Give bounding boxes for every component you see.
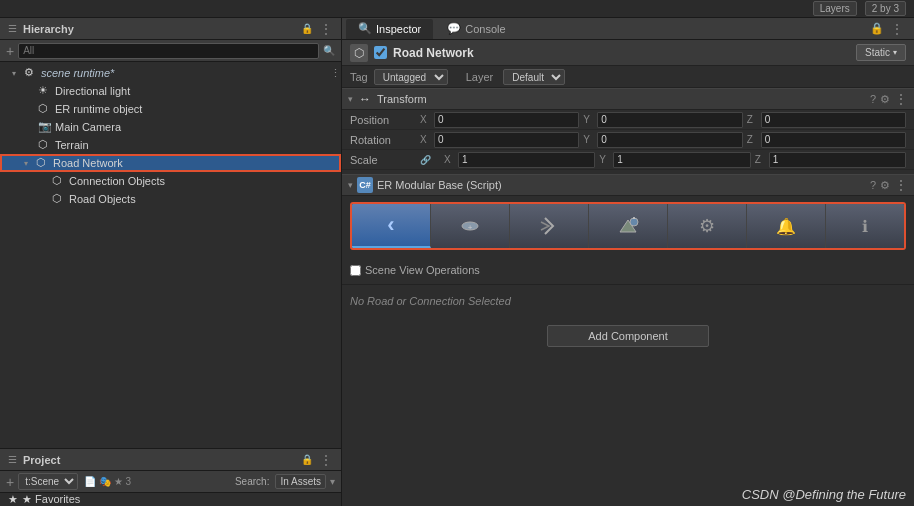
- inspector-tab-label: Inspector: [376, 23, 421, 35]
- tree-item-roadobjects[interactable]: ▶ ⬡ Road Objects: [0, 190, 341, 208]
- toolbar-settings-btn[interactable]: ⚙: [668, 204, 747, 248]
- toolbar-terrain-btn[interactable]: [589, 204, 668, 248]
- scale-lock-icon: 🔗: [420, 155, 431, 165]
- top-bar: Layers 2 by 3: [0, 0, 914, 18]
- layer-dropdown[interactable]: Default: [503, 69, 565, 85]
- transform-section-header[interactable]: ▾ ↔ Transform ? ⚙ ⋮: [342, 88, 914, 110]
- transform-menu[interactable]: ⋮: [894, 91, 908, 107]
- layer-label: Layer: [466, 71, 494, 83]
- object-active-checkbox[interactable]: [374, 46, 387, 59]
- script-help-icon[interactable]: ?: [870, 179, 876, 191]
- position-x-field: X 0: [420, 112, 579, 128]
- project-title: Project: [23, 454, 295, 466]
- script-menu[interactable]: ⋮: [894, 177, 908, 193]
- layout-dropdown[interactable]: 2 by 3: [865, 1, 906, 16]
- hierarchy-title: Hierarchy: [23, 23, 295, 35]
- lock-icon[interactable]: 🔒: [301, 23, 313, 34]
- transform-title: Transform: [377, 93, 866, 105]
- position-z-field: Z 0: [747, 112, 906, 128]
- in-assets-btn[interactable]: In Assets: [275, 474, 326, 489]
- tab-inspector[interactable]: 🔍 Inspector: [346, 19, 433, 39]
- object-header: ⬡ Road Network Static ▾: [342, 40, 914, 66]
- rotation-z-axis: Z: [747, 134, 759, 145]
- project-lock-icon[interactable]: 🔒: [301, 454, 313, 465]
- rotation-z-input[interactable]: [761, 132, 906, 148]
- favorites-item[interactable]: ★ ★ Favorites: [8, 493, 80, 506]
- tree-item-camera[interactable]: ▶ 📷 Main Camera: [0, 118, 341, 136]
- tag-dropdown[interactable]: Untagged: [374, 69, 448, 85]
- add-component-button[interactable]: Add Component: [547, 325, 709, 347]
- watermark: CSDN @Defining the Future: [742, 487, 906, 502]
- tree-item-roadnetwork[interactable]: ▾ ⬡ Road Network: [0, 154, 341, 172]
- transform-scale-fields: 🔗 X Y Z: [420, 152, 906, 168]
- toolbar-back-btn[interactable]: ‹: [352, 204, 431, 248]
- transform-help-icon[interactable]: ?: [870, 93, 876, 105]
- camera-label: Main Camera: [55, 121, 121, 133]
- hierarchy-menu[interactable]: ⋮: [319, 21, 333, 37]
- transform-actions: ? ⚙ ⋮: [870, 91, 908, 107]
- scale-z-input[interactable]: [769, 152, 906, 168]
- toolbar-addroad-btn[interactable]: +: [431, 204, 510, 248]
- filter-dropdown[interactable]: t:Scene: [18, 473, 78, 490]
- tag-layer-row: Tag Untagged Layer Default: [342, 66, 914, 88]
- roadobjects-label: Road Objects: [69, 193, 136, 205]
- position-z-input[interactable]: 0: [761, 112, 906, 128]
- tree-item-scene[interactable]: ▾ ⚙ scene runtime* ⋮: [0, 64, 341, 82]
- cube-icon: ⬡: [354, 46, 364, 60]
- scale-x-input[interactable]: [458, 152, 595, 168]
- terrain-icon: ⬡: [38, 138, 52, 152]
- add-project-btn[interactable]: +: [6, 474, 14, 490]
- addroad-icon: +: [458, 214, 482, 238]
- dirlight-label: Directional light: [55, 85, 130, 97]
- erruntime-label: ER runtime object: [55, 103, 142, 115]
- scene-ops-header: Scene View Operations: [350, 260, 906, 280]
- add-component-area: Add Component: [342, 317, 914, 355]
- toolbar-info-btn[interactable]: ℹ: [826, 204, 904, 248]
- scale-x-axis: X: [444, 154, 456, 165]
- tab-console[interactable]: 💬 Console: [435, 19, 517, 39]
- add-hierarchy-btn[interactable]: +: [6, 43, 14, 59]
- main-layout: ☰ Hierarchy 🔒 ⋮ + 🔍 ▾ ⚙ scene runtime* ⋮: [0, 18, 914, 506]
- no-selection-text: No Road or Connection Selected: [350, 295, 511, 307]
- layers-dropdown[interactable]: Layers: [813, 1, 857, 16]
- scene-label: scene runtime*: [41, 67, 114, 79]
- inspector-tab-icon: 🔍: [358, 22, 372, 35]
- tree-item-dirlight[interactable]: ▶ ☀ Directional light: [0, 82, 341, 100]
- static-button[interactable]: Static ▾: [856, 44, 906, 61]
- lock-inspector-icon[interactable]: 🔒: [870, 22, 884, 35]
- tree-item-erruntime[interactable]: ▶ ⬡ ER runtime object: [0, 100, 341, 118]
- toolbar-notify-btn[interactable]: 🔔: [747, 204, 826, 248]
- hierarchy-search-bar: + 🔍: [0, 40, 341, 62]
- project-menu[interactable]: ⋮: [319, 452, 333, 468]
- transform-settings-icon[interactable]: ⚙: [880, 93, 890, 106]
- tree-item-connobjects[interactable]: ▶ ⬡ Connection Objects: [0, 172, 341, 190]
- project-hamburger-icon: ☰: [8, 454, 17, 465]
- scale-label: Scale: [350, 154, 420, 166]
- search-dropdown-icon[interactable]: ▾: [330, 476, 335, 487]
- search-icon: 🔍: [323, 45, 335, 56]
- no-selection-message: No Road or Connection Selected: [342, 285, 914, 317]
- script-section-header[interactable]: ▾ C# ER Modular Base (Script) ? ⚙ ⋮: [342, 174, 914, 196]
- rotation-y-input[interactable]: [597, 132, 742, 148]
- hierarchy-search-input[interactable]: [18, 43, 319, 59]
- static-label: Static: [865, 47, 890, 58]
- inspector-tab-menu[interactable]: ⋮: [890, 21, 904, 37]
- favorites-label: ★ Favorites: [22, 493, 80, 506]
- position-x-input[interactable]: 0: [434, 112, 579, 128]
- position-y-input[interactable]: 0: [597, 112, 742, 128]
- inspector-panel: 🔍 Inspector 💬 Console 🔒 ⋮ ⬡ Road Network: [342, 18, 914, 506]
- scale-y-input[interactable]: [613, 152, 750, 168]
- toolbar-move-btn[interactable]: [510, 204, 589, 248]
- rotation-x-input[interactable]: [434, 132, 579, 148]
- rotation-x-axis: X: [420, 134, 432, 145]
- roadnetwork-label: Road Network: [53, 157, 123, 169]
- script-settings-icon[interactable]: ⚙: [880, 179, 890, 192]
- script-title: ER Modular Base (Script): [377, 179, 866, 191]
- scene-menu[interactable]: ⋮: [330, 67, 341, 80]
- bell-icon: 🔔: [776, 217, 796, 236]
- tree-item-terrain[interactable]: ▶ ⬡ Terrain: [0, 136, 341, 154]
- rotation-x-field: X: [420, 132, 579, 148]
- scene-ops-checkbox[interactable]: [350, 265, 361, 276]
- scale-z-field: Z: [755, 152, 906, 168]
- position-label: Position: [350, 114, 420, 126]
